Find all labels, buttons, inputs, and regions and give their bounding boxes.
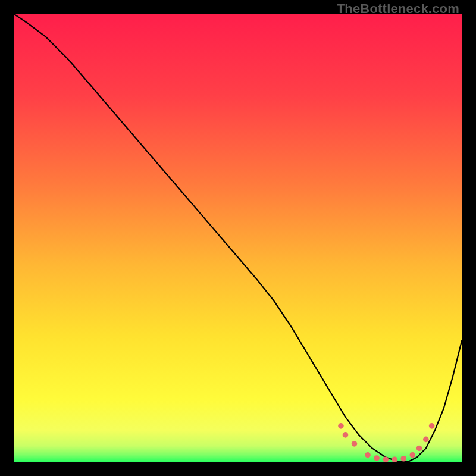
plot-area: [14, 14, 462, 462]
valley-marker: [365, 452, 371, 458]
valley-marker: [338, 423, 344, 429]
chart-svg: [14, 14, 462, 462]
valley-marker: [400, 456, 406, 462]
valley-marker: [429, 423, 435, 429]
valley-marker: [352, 441, 358, 447]
gradient-background: [14, 14, 462, 462]
valley-marker: [343, 432, 349, 438]
valley-marker: [374, 455, 380, 461]
valley-marker: [416, 446, 422, 452]
chart-frame: TheBottleneck.com: [0, 0, 476, 476]
valley-marker: [409, 452, 415, 458]
valley-marker: [423, 437, 429, 443]
